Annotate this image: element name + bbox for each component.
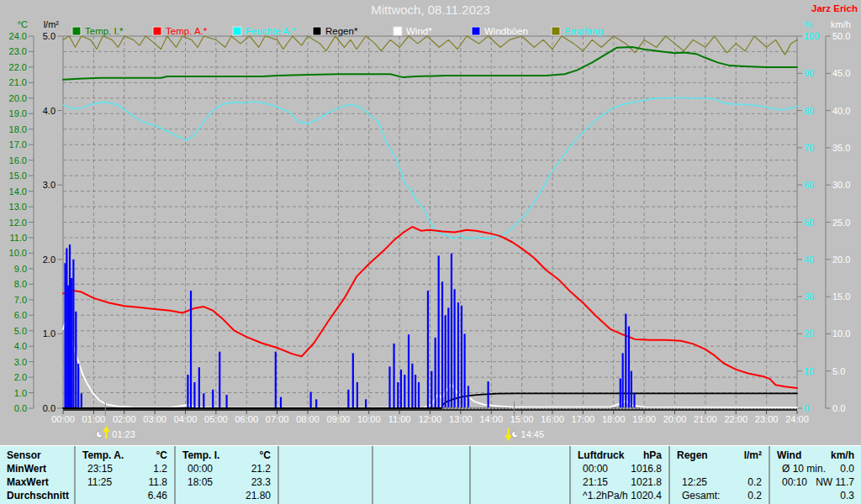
time-tick-label: 24:00 xyxy=(785,414,809,424)
time-tick-label: 12:00 xyxy=(419,414,442,424)
time-tick-label: 14:00 xyxy=(479,414,503,424)
stat-time: 21:15 xyxy=(583,475,608,489)
humidity-tick-label: 70 xyxy=(804,143,814,153)
stat-time: 00:00 xyxy=(188,462,213,475)
stat-header: Luftdruck xyxy=(578,449,624,462)
page-title: Mittwoch, 08.11.2023 xyxy=(371,3,489,17)
humidity-axis-header: % xyxy=(804,19,812,29)
moon-icon-shade xyxy=(515,431,520,436)
windspeed-tick-label: 10.0 xyxy=(832,328,850,339)
series-wind xyxy=(63,321,797,407)
rain-tick-label: 3.0 xyxy=(43,180,55,190)
stat-header: Regen xyxy=(677,449,708,462)
humidity-tick-label: 0 xyxy=(804,403,809,413)
windspeed-tick-label: 45.0 xyxy=(832,68,850,78)
legend-label: Windböen xyxy=(484,26,528,36)
row-label: MinWert xyxy=(7,462,46,475)
windspeed-tick-label: 40.0 xyxy=(832,106,850,116)
temp-tick-label: 11.0 xyxy=(9,233,27,243)
time-tick-label: 22:00 xyxy=(724,414,747,424)
stat-header: Temp. I. xyxy=(182,449,219,462)
stat-header: Wind xyxy=(777,449,801,462)
temp-tick-label: 20.0 xyxy=(9,93,27,103)
stat-value: 21.2 xyxy=(251,462,271,475)
humidity-tick-label: 40 xyxy=(804,255,814,265)
stat-value: 1021.8 xyxy=(631,475,662,489)
humidity-axis-labels: 1009080706050403020100 xyxy=(797,31,819,413)
time-tick-label: 19:00 xyxy=(632,414,656,424)
windspeed-tick-label: 35.0 xyxy=(832,143,850,153)
humidity-tick-label: 60 xyxy=(804,180,814,190)
legend-item-feuchte-a: Feuchte A.* xyxy=(233,26,296,36)
stat-value: 21.80 xyxy=(246,489,271,502)
temp-tick-label: 4.0 xyxy=(14,341,27,351)
temp-tick-label: 12.0 xyxy=(9,218,27,228)
stat-unit: hPa xyxy=(643,449,662,462)
stat-trend: ^1.2hPa/h xyxy=(583,489,628,502)
temp-tick-label: 5.0 xyxy=(14,326,27,336)
windspeed-tick-label: 15.0 xyxy=(832,291,850,302)
legend-item-wind: Wind* xyxy=(394,26,432,36)
marker-time-label: 01:23 xyxy=(112,429,135,439)
legend-label: Regen* xyxy=(325,26,358,36)
stat-unit: l/m² xyxy=(744,449,762,462)
temp-tick-label: 23.0 xyxy=(9,46,27,56)
time-tick-label: 03:00 xyxy=(143,414,166,424)
legend-label: Empfang xyxy=(564,26,603,36)
temp-tick-label: 0.0 xyxy=(14,403,27,413)
legend: Temp. I.*Temp. A.*Feuchte A.*Regen*Wind*… xyxy=(72,26,603,36)
temp-tick-label: 2.0 xyxy=(14,372,27,382)
legend-label: Feuchte A.* xyxy=(246,26,296,36)
temp-tick-label: 10.0 xyxy=(9,248,27,258)
time-tick-label: 10:00 xyxy=(357,414,381,424)
temp-axis-header: °C xyxy=(18,19,28,29)
rain-tick-label: 5.0 xyxy=(43,31,55,41)
legend-label: Temp. A.* xyxy=(166,26,208,36)
arrow-down-icon xyxy=(506,428,511,439)
humidity-tick-label: 30 xyxy=(804,291,814,302)
stat-value: 1020.4 xyxy=(631,489,662,502)
legend-swatch xyxy=(313,27,321,35)
time-tick-label: 01:00 xyxy=(82,414,106,424)
windspeed-axis-header: km/h xyxy=(831,19,851,29)
time-tick-label: 16:00 xyxy=(541,414,564,424)
humidity-tick-label: 10 xyxy=(804,366,814,376)
time-tick-label: 20:00 xyxy=(663,414,687,424)
row-label: MaxWert xyxy=(7,475,49,489)
weather-chart: 24.023.022.021.020.019.018.017.016.015.0… xyxy=(0,0,861,445)
time-tick-label: 07:00 xyxy=(266,414,289,424)
legend-swatch xyxy=(153,27,161,35)
time-tick-label: 02:00 xyxy=(113,414,136,424)
humidity-tick-label: 80 xyxy=(804,106,814,116)
time-tick-label: 17:00 xyxy=(572,414,595,424)
rain-tick-label: 1.0 xyxy=(43,328,55,339)
stat-time: 00:00 xyxy=(583,462,608,475)
stats-col-wind: Windkm/h Ø 10 min.0.0 00:10NW 11.7 0.3 xyxy=(769,446,861,504)
legend-swatch xyxy=(72,27,81,35)
time-axis-labels: 00:0001:0002:0003:0004:0005:0006:0007:00… xyxy=(51,411,809,424)
temp-tick-label: 1.0 xyxy=(14,388,27,398)
row-label: Durchschnitt xyxy=(7,489,69,502)
arrow-up-icon xyxy=(103,428,108,438)
temp-tick-label: 8.0 xyxy=(14,279,27,289)
stats-col-temp-a: Temp. A.°C 23:151.2 11:2511.8 6.46 xyxy=(74,446,174,504)
stats-col-empty-2 xyxy=(372,446,469,504)
time-tick-label: 21:00 xyxy=(694,414,717,424)
time-tick-label: 11:00 xyxy=(388,414,411,424)
windspeed-tick-label: 0.0 xyxy=(832,403,845,413)
stat-value: 6.46 xyxy=(148,489,167,502)
time-tick-label: 06:00 xyxy=(235,414,258,424)
temp-tick-label: 22.0 xyxy=(9,62,27,72)
temp-tick-label: 17.0 xyxy=(9,139,27,150)
legend-label: Temp. I.* xyxy=(85,26,124,36)
temp-tick-label: 13.0 xyxy=(9,202,27,212)
legend-item-windb-en: Windböen xyxy=(472,26,528,36)
legend-label: Wind* xyxy=(406,26,432,36)
time-tick-label: 05:00 xyxy=(204,414,228,424)
legend-swatch xyxy=(552,27,560,35)
time-tick-label: 15:00 xyxy=(510,414,534,424)
stat-time: 18:05 xyxy=(188,475,213,489)
stats-col-row-labels: Sensor MinWert MaxWert Durchschnitt xyxy=(0,446,74,504)
stats-col-luftdruck: LuftdruckhPa 00:001016.8 21:151021.8 ^1.… xyxy=(569,446,668,504)
legend-item-temp-a: Temp. A.* xyxy=(153,26,208,36)
